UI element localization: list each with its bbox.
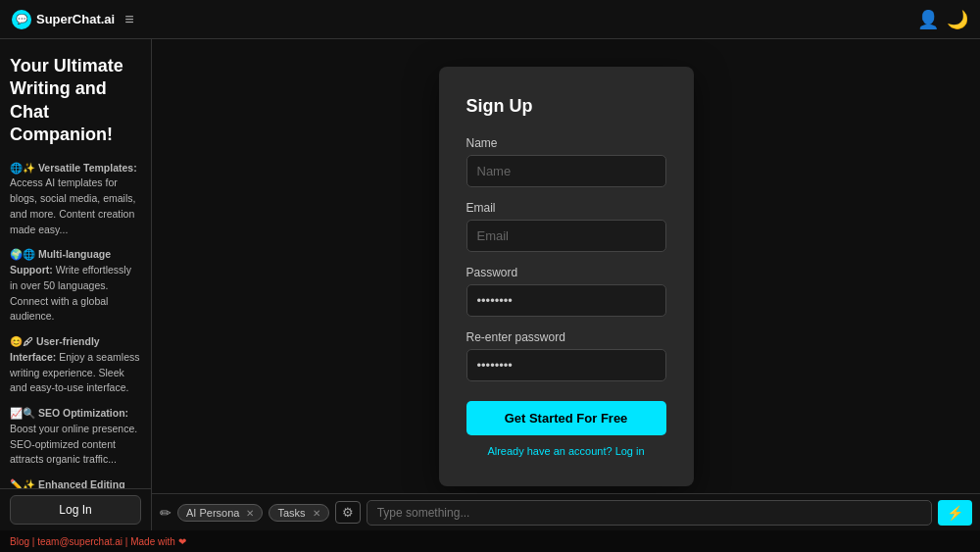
login-link[interactable]: Already have an account? Log in bbox=[466, 445, 666, 457]
reenter-password-label: Re-enter password bbox=[466, 330, 666, 344]
ai-persona-remove-icon[interactable]: ✕ bbox=[246, 508, 254, 519]
name-input[interactable] bbox=[466, 155, 666, 187]
sidebar-login-button[interactable]: Log In bbox=[10, 495, 141, 525]
account-icon[interactable]: 👤 bbox=[917, 9, 939, 30]
navbar-right: 👤 🌙 bbox=[917, 9, 968, 30]
menu-icon[interactable]: ≡ bbox=[124, 11, 133, 28]
tasks-tag[interactable]: Tasks ✕ bbox=[269, 504, 328, 522]
footer-heart: ❤ bbox=[178, 536, 186, 547]
theme-toggle-icon[interactable]: 🌙 bbox=[947, 9, 968, 30]
sidebar-feature-1: 🌍🌐 Multi-language Support: Write effortl… bbox=[10, 247, 141, 325]
main-content: Sign Up Name Email Password Re-enter pas… bbox=[152, 39, 980, 513]
signup-card: Sign Up Name Email Password Re-enter pas… bbox=[439, 67, 694, 486]
logo-icon: 💬 bbox=[12, 10, 31, 29]
get-started-button[interactable]: Get Started For Free bbox=[466, 401, 666, 435]
reenter-password-field-group: Re-enter password bbox=[466, 330, 666, 381]
password-field-group: Password bbox=[466, 266, 666, 317]
footer-text: Blog | team@superchat.ai | Made with bbox=[10, 536, 175, 547]
send-button[interactable]: ⚡ bbox=[938, 500, 972, 526]
gear-button[interactable]: ⚙ bbox=[335, 501, 361, 524]
navbar-left: 💬 SuperChat.ai ≡ bbox=[12, 10, 134, 29]
sidebar-headline: Your Ultimate Writing and Chat Companion… bbox=[10, 55, 141, 147]
sidebar: Your Ultimate Writing and Chat Companion… bbox=[0, 39, 152, 513]
modal-overlay: Sign Up Name Email Password Re-enter pas… bbox=[152, 39, 980, 513]
logo: 💬 SuperChat.ai bbox=[12, 10, 115, 29]
page-footer: Blog | team@superchat.ai | Made with ❤ bbox=[0, 530, 980, 552]
sidebar-bottom: Log In bbox=[0, 488, 152, 530]
password-label: Password bbox=[466, 266, 666, 279]
tasks-label: Tasks bbox=[277, 507, 305, 519]
email-input[interactable] bbox=[466, 220, 666, 252]
password-input[interactable] bbox=[466, 284, 666, 317]
signup-title: Sign Up bbox=[466, 96, 666, 117]
email-label: Email bbox=[466, 201, 666, 215]
app-name: SuperChat.ai bbox=[36, 12, 115, 26]
ai-persona-tag[interactable]: AI Persona ✕ bbox=[177, 504, 263, 522]
pencil-icon: ✏ bbox=[160, 505, 172, 521]
name-label: Name bbox=[466, 136, 666, 150]
chat-input[interactable] bbox=[367, 500, 932, 526]
sidebar-feature-0: 🌐✨ Versatile Templates: Access AI templa… bbox=[10, 161, 141, 238]
email-field-group: Email bbox=[466, 201, 666, 252]
tasks-remove-icon[interactable]: ✕ bbox=[313, 508, 320, 519]
sidebar-feature-2: 😊🖊 User-friendly Interface: Enjoy a seam… bbox=[10, 334, 141, 396]
name-field-group: Name bbox=[466, 136, 666, 187]
reenter-password-input[interactable] bbox=[466, 349, 666, 381]
navbar: 💬 SuperChat.ai ≡ 👤 🌙 bbox=[0, 0, 980, 39]
sidebar-feature-3: 📈🔍 SEO Optimization: Boost your online p… bbox=[10, 406, 141, 468]
ai-persona-label: AI Persona bbox=[186, 507, 239, 519]
chat-input-row: ✏ AI Persona ✕ Tasks ✕ ⚙ ⚡ bbox=[152, 493, 980, 530]
